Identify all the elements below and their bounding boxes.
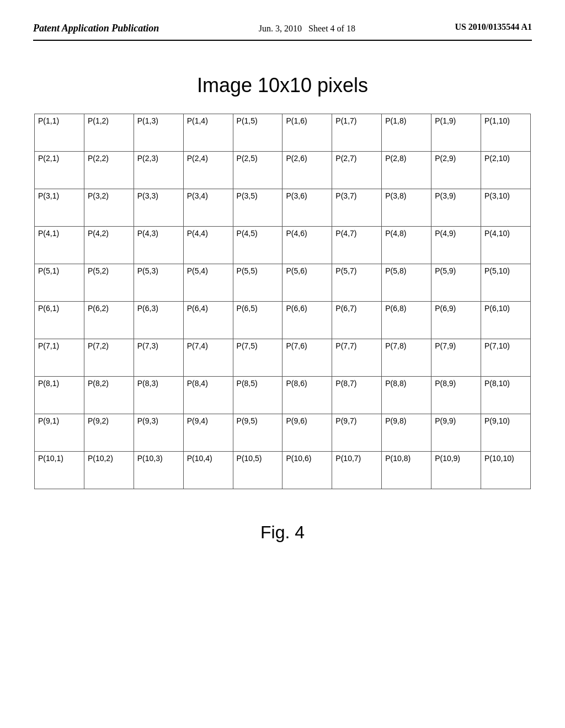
figure-label: Fig. 4 [33, 522, 532, 543]
pixel-cell: P(8,10) [481, 377, 531, 414]
pixel-cell: P(6,5) [233, 302, 282, 339]
patent-number: US 2010/0135544 A1 [455, 22, 532, 32]
pixel-cell: P(8,9) [431, 377, 481, 414]
pixel-cell: P(3,8) [382, 189, 431, 227]
header-date-sheet: Jun. 3, 2010 Sheet 4 of 18 [259, 22, 355, 35]
pixel-grid-table: P(1,1)P(1,2)P(1,3)P(1,4)P(1,5)P(1,6)P(1,… [34, 114, 531, 489]
pixel-cell: P(3,10) [481, 189, 531, 227]
page-header: Patent Application Publication Jun. 3, 2… [33, 22, 532, 41]
pixel-cell: P(7,8) [382, 339, 431, 377]
pixel-cell: P(2,6) [282, 152, 332, 189]
pixel-cell: P(1,5) [233, 114, 282, 152]
pixel-cell: P(4,7) [332, 227, 382, 264]
pixel-cell: P(5,8) [382, 264, 431, 302]
pixel-cell: P(10,10) [481, 452, 531, 489]
pixel-cell: P(9,4) [183, 414, 233, 452]
pixel-cell: P(9,10) [481, 414, 531, 452]
pixel-cell: P(2,1) [35, 152, 84, 189]
pixel-cell: P(1,1) [35, 114, 84, 152]
pixel-cell: P(5,10) [481, 264, 531, 302]
pixel-cell: P(7,2) [84, 339, 134, 377]
pixel-cell: P(7,6) [282, 339, 332, 377]
pixel-cell: P(5,4) [183, 264, 233, 302]
pixel-cell: P(1,4) [183, 114, 233, 152]
pixel-cell: P(9,7) [332, 414, 382, 452]
pixel-cell: P(6,6) [282, 302, 332, 339]
pixel-cell: P(4,10) [481, 227, 531, 264]
table-row: P(4,1)P(4,2)P(4,3)P(4,4)P(4,5)P(4,6)P(4,… [35, 227, 531, 264]
pixel-cell: P(10,1) [35, 452, 84, 489]
pixel-cell: P(4,6) [282, 227, 332, 264]
pixel-cell: P(3,1) [35, 189, 84, 227]
pixel-cell: P(2,5) [233, 152, 282, 189]
table-row: P(8,1)P(8,2)P(8,3)P(8,4)P(8,5)P(8,6)P(8,… [35, 377, 531, 414]
table-row: P(5,1)P(5,2)P(5,3)P(5,4)P(5,5)P(5,6)P(5,… [35, 264, 531, 302]
pixel-cell: P(1,3) [134, 114, 183, 152]
sheet-number: Sheet 4 of 18 [308, 24, 355, 33]
pixel-cell: P(1,8) [382, 114, 431, 152]
pixel-cell: P(7,9) [431, 339, 481, 377]
pixel-cell: P(5,2) [84, 264, 134, 302]
pixel-cell: P(5,9) [431, 264, 481, 302]
pixel-cell: P(5,5) [233, 264, 282, 302]
pixel-cell: P(4,4) [183, 227, 233, 264]
pixel-cell: P(8,3) [134, 377, 183, 414]
pixel-cell: P(5,7) [332, 264, 382, 302]
pixel-cell: P(6,4) [183, 302, 233, 339]
pixel-cell: P(9,2) [84, 414, 134, 452]
table-row: P(9,1)P(9,2)P(9,3)P(9,4)P(9,5)P(9,6)P(9,… [35, 414, 531, 452]
pixel-cell: P(8,6) [282, 377, 332, 414]
pixel-cell: P(8,8) [382, 377, 431, 414]
pixel-cell: P(3,5) [233, 189, 282, 227]
pixel-cell: P(9,3) [134, 414, 183, 452]
table-row: P(7,1)P(7,2)P(7,3)P(7,4)P(7,5)P(7,6)P(7,… [35, 339, 531, 377]
pixel-grid-container: P(1,1)P(1,2)P(1,3)P(1,4)P(1,5)P(1,6)P(1,… [34, 114, 531, 489]
pixel-cell: P(2,4) [183, 152, 233, 189]
pixel-cell: P(8,7) [332, 377, 382, 414]
pixel-cell: P(1,7) [332, 114, 382, 152]
pixel-cell: P(6,9) [431, 302, 481, 339]
pixel-cell: P(5,1) [35, 264, 84, 302]
pixel-cell: P(1,6) [282, 114, 332, 152]
publication-title: Patent Application Publication [33, 22, 159, 35]
pixel-cell: P(9,9) [431, 414, 481, 452]
pixel-cell: P(10,5) [233, 452, 282, 489]
pixel-cell: P(7,10) [481, 339, 531, 377]
pixel-cell: P(4,5) [233, 227, 282, 264]
pixel-cell: P(6,10) [481, 302, 531, 339]
pixel-cell: P(2,2) [84, 152, 134, 189]
pixel-cell: P(7,5) [233, 339, 282, 377]
pixel-cell: P(7,4) [183, 339, 233, 377]
pixel-cell: P(10,9) [431, 452, 481, 489]
pixel-cell: P(1,2) [84, 114, 134, 152]
pixel-cell: P(10,7) [332, 452, 382, 489]
pixel-cell: P(5,6) [282, 264, 332, 302]
pixel-cell: P(3,4) [183, 189, 233, 227]
pixel-cell: P(8,5) [233, 377, 282, 414]
pixel-cell: P(5,3) [134, 264, 183, 302]
table-row: P(3,1)P(3,2)P(3,3)P(3,4)P(3,5)P(3,6)P(3,… [35, 189, 531, 227]
pixel-cell: P(9,1) [35, 414, 84, 452]
pixel-cell: P(6,1) [35, 302, 84, 339]
pixel-cell: P(4,2) [84, 227, 134, 264]
pixel-cell: P(9,8) [382, 414, 431, 452]
pixel-cell: P(2,8) [382, 152, 431, 189]
pixel-cell: P(10,8) [382, 452, 431, 489]
pixel-cell: P(7,3) [134, 339, 183, 377]
pixel-cell: P(2,3) [134, 152, 183, 189]
table-row: P(1,1)P(1,2)P(1,3)P(1,4)P(1,5)P(1,6)P(1,… [35, 114, 531, 152]
pixel-cell: P(9,6) [282, 414, 332, 452]
table-row: P(10,1)P(10,2)P(10,3)P(10,4)P(10,5)P(10,… [35, 452, 531, 489]
pixel-cell: P(2,9) [431, 152, 481, 189]
page: Patent Application Publication Jun. 3, 2… [0, 0, 565, 728]
pixel-cell: P(9,5) [233, 414, 282, 452]
pixel-cell: P(4,9) [431, 227, 481, 264]
figure-title: Image 10x10 pixels [33, 74, 532, 97]
pixel-cell: P(6,7) [332, 302, 382, 339]
pixel-cell: P(4,8) [382, 227, 431, 264]
pixel-cell: P(10,3) [134, 452, 183, 489]
pixel-cell: P(6,2) [84, 302, 134, 339]
pixel-cell: P(7,1) [35, 339, 84, 377]
pixel-cell: P(10,4) [183, 452, 233, 489]
pixel-cell: P(2,10) [481, 152, 531, 189]
